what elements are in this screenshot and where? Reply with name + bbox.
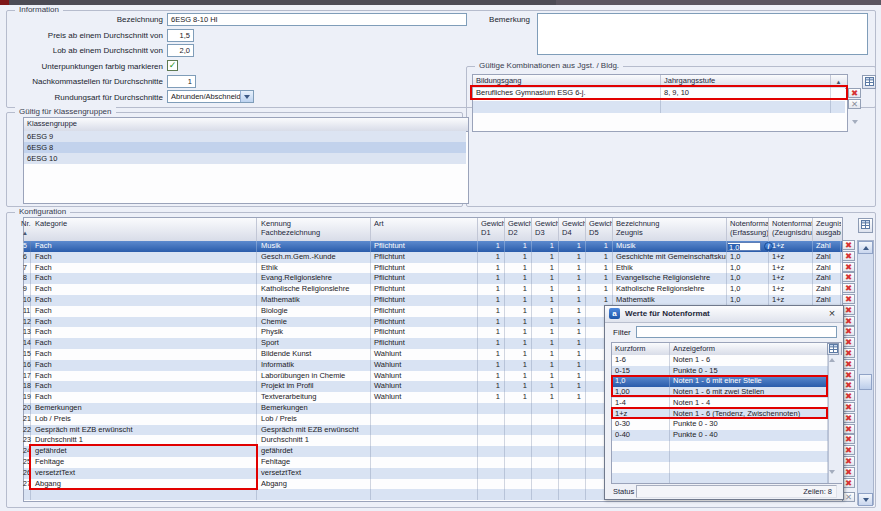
kombinationen-scroll-down-icon[interactable] xyxy=(852,120,858,124)
lob-durchschnitt-input[interactable]: 2,0 xyxy=(167,44,194,57)
cell-nf_druck: 1+z xyxy=(769,252,813,263)
cell-art xyxy=(371,457,478,468)
header-bez[interactable]: Bezeichnung Zeugnis xyxy=(613,218,727,241)
cell-klassengruppe: 6ESG 8 xyxy=(24,142,466,153)
header-anzeigeform[interactable]: Anzeigeform xyxy=(670,343,828,355)
popup-scrollbar-track[interactable] xyxy=(828,355,842,483)
cell-kennung: Informatik xyxy=(258,360,371,371)
header-nf_druck[interactable]: Notenformat (Zeugnisdruck) xyxy=(769,218,813,241)
grid-icon xyxy=(861,220,870,231)
clear-kombination-button[interactable]: ✕ xyxy=(848,99,861,109)
table-row[interactable]: 5FachMusikPflichtunt11111Musik1,0i1+zZah… xyxy=(24,241,842,252)
header-d1[interactable]: Gewicht D1 xyxy=(478,218,505,241)
konfiguration-vertical-scrollbar[interactable] xyxy=(857,240,874,505)
list-item[interactable] xyxy=(612,451,828,462)
header-nr[interactable]: Nr.▲ xyxy=(20,218,31,241)
list-item[interactable] xyxy=(612,441,828,452)
header-jahrgangsstufe[interactable]: Jahrgangsstufe xyxy=(661,75,831,88)
header-d3[interactable]: Gewicht D3 xyxy=(532,218,559,241)
sort-column-header[interactable]: ▲ xyxy=(831,75,846,88)
header-bildungsgang[interactable]: Bildungsgang xyxy=(473,75,661,88)
cell-d4 xyxy=(559,435,586,446)
cell-anzeigeform: Noten 1 - 6 mit einer Stelle xyxy=(670,376,828,387)
grid-icon xyxy=(865,77,874,88)
cell-d1 xyxy=(478,468,505,479)
delete-kombination-button[interactable]: ✖ xyxy=(848,88,861,98)
cell-nr: 6 xyxy=(20,252,31,263)
bezeichnung-label: Bezeichnung xyxy=(0,15,163,24)
cell-nf_erf: 1,0 xyxy=(727,284,769,295)
delete-row-button[interactable]: ✖ xyxy=(842,262,855,272)
list-item[interactable]: 1-4Noten 1 - 4 xyxy=(612,398,828,409)
scroll-up-button[interactable] xyxy=(858,241,873,254)
cell-kennung xyxy=(258,489,371,500)
rundungsart-select[interactable]: Abrunden/Abschneiden xyxy=(167,90,254,103)
popup-scroll-down-icon[interactable] xyxy=(829,470,835,474)
list-item[interactable]: 0-15Punkte 0 - 15 xyxy=(612,366,828,377)
cell-nr: 5 xyxy=(20,241,31,252)
list-item[interactable]: 0-40Punkte 0 - 40 xyxy=(612,430,828,441)
table-row[interactable]: 6ESG 9 xyxy=(24,131,466,142)
header-kurzform[interactable]: Kurzform xyxy=(612,343,670,355)
list-item[interactable]: 1-6Noten 1 - 6 xyxy=(612,355,828,366)
delete-row-button[interactable]: ✖ xyxy=(842,240,855,250)
chevron-down-icon[interactable] xyxy=(240,91,253,102)
header-ausgabe[interactable]: Zeugnis- ausgabe xyxy=(813,218,841,241)
scrollbar-thumb[interactable] xyxy=(859,374,872,390)
cell-art: Pflichtunt xyxy=(371,252,478,263)
column-chooser-button[interactable] xyxy=(858,218,873,233)
scroll-down-button[interactable] xyxy=(858,493,873,506)
delete-row-button[interactable]: ✖ xyxy=(842,272,855,282)
column-chooser-button[interactable] xyxy=(827,343,839,355)
dialog-title: Werte für Notenformat xyxy=(625,309,710,318)
preis-durchschnitt-input[interactable]: 1,5 xyxy=(167,29,194,42)
list-item[interactable] xyxy=(612,462,828,473)
cell-art xyxy=(371,414,478,425)
list-item[interactable]: 1,0Noten 1 - 6 mit einer Stelle xyxy=(612,376,828,387)
bemerkung-label: Bemerkung xyxy=(367,15,530,24)
cell-d4: 1 xyxy=(559,371,586,382)
filter-input[interactable] xyxy=(636,326,837,338)
bemerkung-textarea[interactable] xyxy=(537,13,868,55)
header-kennung[interactable]: Kennung Fachbezeichnung xyxy=(258,218,371,241)
table-row[interactable]: 7FachEthikPflichtunt11111Ethik1,01+zZahl xyxy=(24,263,842,274)
header-nf_erf[interactable]: Notenformat (Erfassung) xyxy=(727,218,769,241)
list-item[interactable]: 1,00Noten 1 - 6 mit zwei Stellen xyxy=(612,387,828,398)
delete-row-button[interactable]: ✖ xyxy=(842,283,855,293)
cell-d2 xyxy=(505,414,532,425)
table-row[interactable]: 9FachKatholische ReligionslehrePflichtun… xyxy=(24,284,842,295)
nachkommastellen-input[interactable]: 1 xyxy=(167,75,196,88)
cell-kategorie: Fach xyxy=(32,295,257,306)
table-row[interactable]: 6ESG 8 xyxy=(24,142,466,153)
list-item[interactable]: 1+zNoten 1 - 6 (Tendenz, Zwischennoten) xyxy=(612,409,828,420)
delete-row-button[interactable]: ✖ xyxy=(842,294,855,304)
popup-scroll-up-icon[interactable] xyxy=(829,358,835,362)
cell-nf_erf: 1,0 xyxy=(727,263,769,274)
cell-d2 xyxy=(505,479,532,490)
cell-d1: 1 xyxy=(478,392,505,403)
dialog-titlebar[interactable]: a Werte für Notenformat × xyxy=(605,306,843,323)
close-icon[interactable]: × xyxy=(825,307,839,320)
column-chooser-button[interactable] xyxy=(862,75,876,89)
cell-nr: 17 xyxy=(20,371,31,382)
list-item[interactable] xyxy=(612,473,828,484)
table-row[interactable]: Berufliches Gymnasium ESG 6-j.8, 9, 10 xyxy=(473,88,845,101)
header-art[interactable]: Art xyxy=(371,218,478,241)
list-item[interactable]: 0-30Punkte 0 - 30 xyxy=(612,419,828,430)
cell-nr: 8 xyxy=(20,273,31,284)
header-d2[interactable]: Gewicht D2 xyxy=(505,218,532,241)
preis-durchschnitt-label: Preis ab einem Durchschnitt von xyxy=(0,31,163,40)
notenformat-edit-input[interactable]: 1,0 xyxy=(727,242,761,252)
table-row[interactable]: 6FachGesch.m.Gem.-KundePflichtunt11111Ge… xyxy=(24,252,842,263)
unterpunktungen-checkbox[interactable]: ✓ xyxy=(167,60,178,71)
header-d5[interactable]: Gewicht D5 xyxy=(586,218,613,241)
header-d4[interactable]: Gewicht D4 xyxy=(559,218,586,241)
table-row[interactable]: 6ESG 10 xyxy=(24,153,466,164)
table-row[interactable] xyxy=(473,101,845,114)
delete-row-button[interactable]: ✖ xyxy=(842,251,855,261)
cell-d1 xyxy=(478,457,505,468)
header-klassengruppe[interactable]: Klassengruppe xyxy=(24,118,468,131)
header-kategorie[interactable]: Kategorie xyxy=(32,218,257,241)
arrow-down-icon xyxy=(863,498,869,502)
table-row[interactable]: 8FachEvang.ReligionslehrePflichtunt11111… xyxy=(24,273,842,284)
